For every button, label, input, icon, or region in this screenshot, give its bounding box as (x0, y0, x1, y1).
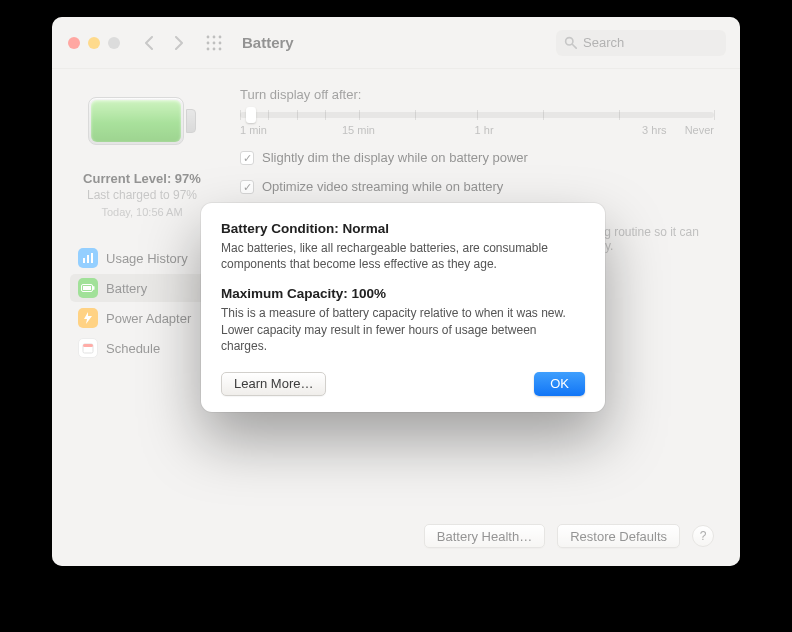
slider-thumb[interactable] (246, 107, 256, 123)
svg-rect-11 (83, 258, 85, 263)
chart-icon (78, 248, 98, 268)
svg-rect-16 (93, 286, 95, 290)
svg-rect-13 (91, 253, 93, 263)
capacity-title: Maximum Capacity: 100% (221, 286, 585, 301)
battery-health-sheet: Battery Condition: Normal Mac batteries,… (201, 203, 605, 412)
last-charged: Last charged to 97% (70, 188, 214, 202)
sidebar-item-battery[interactable]: Battery (70, 274, 214, 302)
svg-point-8 (219, 47, 222, 50)
help-button[interactable]: ? (692, 525, 714, 547)
footer-buttons: Battery Health… Restore Defaults ? (424, 524, 714, 548)
option-dim-display[interactable]: Slightly dim the display while on batter… (240, 150, 714, 165)
capacity-body: This is a measure of battery capacity re… (221, 305, 585, 354)
option-label: Slightly dim the display while on batter… (262, 150, 528, 165)
calendar-icon (78, 338, 98, 358)
battery-graphic (88, 93, 196, 149)
sidebar-item-label: Power Adapter (106, 311, 191, 326)
sidebar-item-label: Usage History (106, 251, 188, 266)
sidebar-item-usage-history[interactable]: Usage History (70, 244, 214, 272)
current-level: Current Level: 97% (70, 171, 214, 186)
window-controls (68, 37, 120, 49)
toolbar-nav (140, 33, 188, 53)
zoom-button[interactable] (108, 37, 120, 49)
battery-health-button[interactable]: Battery Health… (424, 524, 545, 548)
svg-point-4 (213, 41, 216, 44)
checkbox-icon[interactable] (240, 180, 254, 194)
minimize-button[interactable] (88, 37, 100, 49)
window-toolbar: Battery (52, 17, 740, 69)
option-optimize-video[interactable]: Optimize video streaming while on batter… (240, 179, 714, 194)
svg-line-10 (573, 45, 577, 49)
svg-rect-15 (83, 286, 91, 290)
svg-point-1 (213, 35, 216, 38)
tick-label: 15 min (297, 124, 420, 136)
sidebar-item-power-adapter[interactable]: Power Adapter (70, 304, 214, 332)
tick-label: 1 hr (420, 124, 548, 136)
sidebar-item-label: Schedule (106, 341, 160, 356)
condition-title: Battery Condition: Normal (221, 221, 585, 236)
window-title: Battery (242, 34, 294, 51)
sidebar: Current Level: 97% Last charged to 97% T… (52, 69, 226, 566)
battery-icon (78, 278, 98, 298)
condition-body: Mac batteries, like all rechargeable bat… (221, 240, 585, 272)
svg-point-0 (207, 35, 210, 38)
svg-point-6 (207, 47, 210, 50)
last-charged-time: Today, 10:56 AM (70, 206, 214, 218)
sidebar-item-schedule[interactable]: Schedule (70, 334, 214, 362)
slider-label: Turn display off after: (240, 87, 714, 102)
learn-more-button[interactable]: Learn More… (221, 372, 326, 396)
ok-button[interactable]: OK (534, 372, 585, 396)
svg-rect-12 (87, 255, 89, 263)
svg-point-5 (219, 41, 222, 44)
search-field[interactable] (556, 30, 726, 56)
svg-point-3 (207, 41, 210, 44)
svg-point-9 (566, 38, 573, 45)
display-sleep-slider[interactable]: 1 min 15 min 1 hr 3 hrs Never (240, 112, 714, 136)
sidebar-nav: Usage History Battery Power Adapter (70, 244, 214, 362)
tick-label: 3 hrs (548, 124, 667, 136)
tick-label: Never (667, 124, 714, 136)
battery-status: Current Level: 97% Last charged to 97% T… (70, 171, 214, 218)
show-all-button[interactable] (204, 33, 224, 53)
tick-label: 1 min (240, 124, 297, 136)
search-input[interactable] (583, 35, 718, 50)
checkbox-icon[interactable] (240, 151, 254, 165)
close-button[interactable] (68, 37, 80, 49)
back-button[interactable] (140, 33, 160, 53)
svg-rect-18 (83, 344, 93, 347)
svg-point-2 (219, 35, 222, 38)
forward-button[interactable] (168, 33, 188, 53)
svg-point-7 (213, 47, 216, 50)
search-icon (564, 36, 577, 49)
option-label: Optimize video streaming while on batter… (262, 179, 503, 194)
restore-defaults-button[interactable]: Restore Defaults (557, 524, 680, 548)
sidebar-item-label: Battery (106, 281, 147, 296)
bolt-icon (78, 308, 98, 328)
